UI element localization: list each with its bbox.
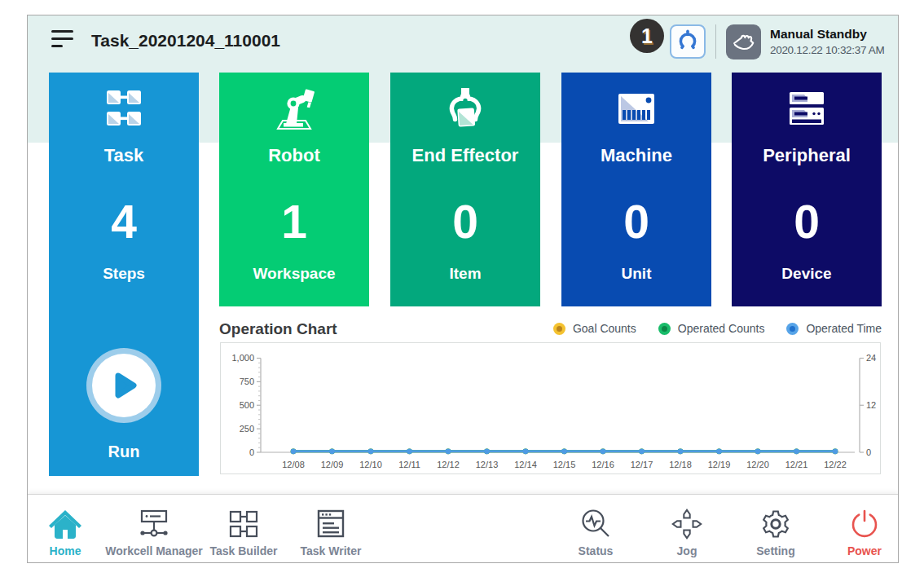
play-icon xyxy=(106,368,142,403)
goal-counts-marker xyxy=(553,323,565,335)
legend-label: Goal Counts xyxy=(573,322,636,335)
svg-text:12/12: 12/12 xyxy=(437,460,460,469)
machine-icon xyxy=(561,88,711,129)
legend-label: Operated Time xyxy=(806,322,882,335)
operated-counts-marker xyxy=(658,323,671,335)
robot-card-value: 1 xyxy=(219,197,369,246)
robot-card-unit: Workspace xyxy=(219,265,369,283)
task-icon xyxy=(49,88,199,129)
robot-mode-status: Manual Standby 2020.12.22 10:32:37 AM xyxy=(770,26,885,59)
task-title: Task_20201204_110001 xyxy=(91,31,280,51)
operation-chart-svg: 02505007501,0000122412/0812/0912/1012/11… xyxy=(221,343,880,473)
svg-text:12/10: 12/10 xyxy=(359,460,382,469)
machine-card-label: Machine xyxy=(561,145,711,166)
svg-text:12/11: 12/11 xyxy=(398,460,420,469)
bottom-navigation: Home Workcell Manager xyxy=(28,494,898,562)
peripheral-card-unit: Device xyxy=(732,265,882,283)
status-timestamp: 2020.12.22 10:32:37 AM xyxy=(770,42,885,59)
robot-card[interactable]: Robot 1 Workspace xyxy=(219,73,369,306)
tool-button[interactable] xyxy=(670,24,706,59)
svg-text:12/20: 12/20 xyxy=(746,460,769,469)
run-button-inner xyxy=(92,354,156,417)
svg-text:750: 750 xyxy=(240,377,254,386)
peripheral-icon xyxy=(732,88,882,129)
task-card[interactable]: Task 4 Steps Run xyxy=(49,73,199,476)
task-card-label: Task xyxy=(49,145,199,166)
nav-label: Task Writer xyxy=(262,544,400,557)
run-label: Run xyxy=(49,443,199,461)
chart-legend: Goal Counts Operated Counts Operated Tim… xyxy=(531,322,882,335)
svg-text:250: 250 xyxy=(240,424,254,434)
menu-icon[interactable] xyxy=(51,29,74,51)
legend-marker-dot xyxy=(557,326,562,332)
menu-line xyxy=(51,30,73,33)
svg-text:12: 12 xyxy=(866,400,876,410)
svg-text:12/22: 12/22 xyxy=(824,460,847,469)
svg-text:12/19: 12/19 xyxy=(708,460,731,469)
task-writer-icon xyxy=(262,509,400,540)
legend-operated-counts: Operated Counts xyxy=(658,322,765,335)
legend-operated-time: Operated Time xyxy=(786,322,882,335)
notification-badge[interactable]: 1 xyxy=(630,19,664,53)
svg-text:12/17: 12/17 xyxy=(631,460,653,469)
machine-card-value: 0 xyxy=(561,197,711,246)
svg-text:500: 500 xyxy=(240,400,254,410)
menu-line xyxy=(51,45,63,47)
robot-card-label: Robot xyxy=(219,145,369,166)
menu-line xyxy=(51,37,73,40)
legend-label: Operated Counts xyxy=(678,322,765,335)
end-effector-card-label: End Effector xyxy=(390,145,540,166)
operated-time-marker xyxy=(786,323,799,335)
svg-text:12/14: 12/14 xyxy=(514,460,537,469)
task-card-unit: Steps xyxy=(49,265,199,283)
machine-card[interactable]: Machine 0 Unit xyxy=(561,73,711,306)
chart-title: Operation Chart xyxy=(219,320,337,338)
end-effector-icon xyxy=(390,88,540,129)
peripheral-card[interactable]: Peripheral 0 Device xyxy=(732,73,882,306)
svg-text:0: 0 xyxy=(249,447,254,457)
manual-mode-icon[interactable] xyxy=(726,24,761,59)
end-effector-card[interactable]: End Effector 0 Item xyxy=(390,73,540,306)
end-effector-card-unit: Item xyxy=(390,265,540,283)
mode-label: Manual Standby xyxy=(770,26,885,42)
svg-text:12/13: 12/13 xyxy=(476,460,499,469)
gripper-tool-icon xyxy=(676,29,699,55)
peripheral-card-label: Peripheral xyxy=(732,145,882,166)
svg-text:24: 24 xyxy=(866,353,876,363)
svg-text:12/21: 12/21 xyxy=(785,460,808,469)
power-icon xyxy=(795,509,899,540)
nav-label: Power xyxy=(795,544,899,557)
svg-text:12/15: 12/15 xyxy=(553,460,576,469)
svg-text:12/16: 12/16 xyxy=(592,460,614,469)
task-card-value: 4 xyxy=(49,197,199,246)
legend-marker-dot xyxy=(662,326,667,332)
legend-goal-counts: Goal Counts xyxy=(553,322,636,335)
svg-text:1,000: 1,000 xyxy=(231,353,254,363)
machine-card-unit: Unit xyxy=(561,265,711,283)
svg-text:12/09: 12/09 xyxy=(321,460,344,469)
svg-text:12/18: 12/18 xyxy=(669,460,692,469)
operation-chart: 02505007501,0000122412/0812/0912/1012/11… xyxy=(220,342,881,474)
robot-icon xyxy=(219,88,369,129)
end-effector-card-value: 0 xyxy=(390,197,540,246)
legend-marker-dot xyxy=(790,326,795,332)
svg-text:12/08: 12/08 xyxy=(282,460,305,469)
peripheral-card-value: 0 xyxy=(732,197,882,246)
run-button[interactable] xyxy=(86,348,161,423)
app-window: Task_20201204_110001 1 xyxy=(27,15,899,563)
header-divider xyxy=(715,24,716,59)
svg-text:0: 0 xyxy=(866,447,871,457)
